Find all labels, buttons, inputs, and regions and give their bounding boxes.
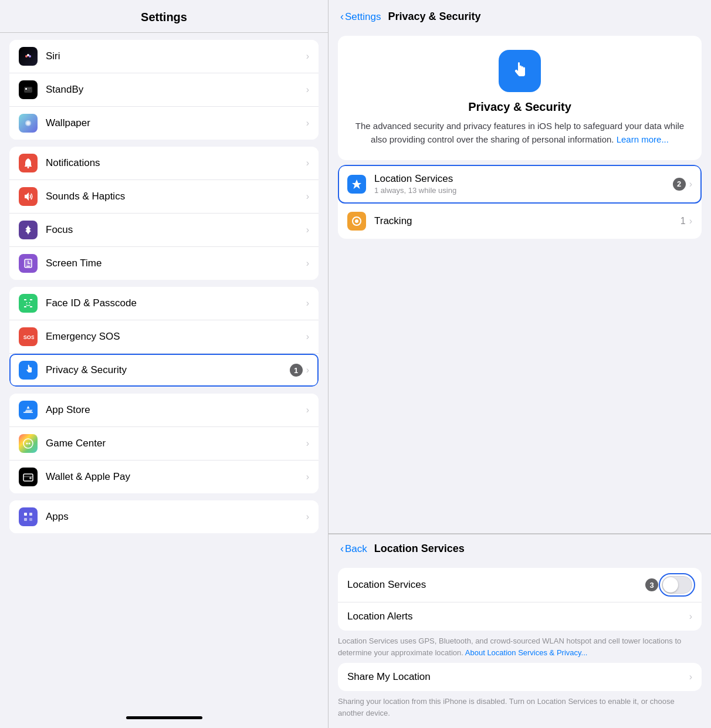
settings-row-siri[interactable]: Siri› <box>9 40 319 73</box>
location-services-toggle-toggle-container: 3 <box>645 576 692 594</box>
left-panel: Settings Siri›StandBy›Wallpaper›Notifica… <box>0 0 329 728</box>
standby-label: StandBy <box>46 84 306 96</box>
settings-back-button[interactable]: ‹ Settings <box>340 11 381 23</box>
gamecenter-label: Game Center <box>46 438 306 449</box>
svg-rect-5 <box>25 88 27 90</box>
screentime-icon <box>19 254 38 273</box>
settings-row-gamecenter[interactable]: Game Center› <box>9 427 319 460</box>
screentime-label: Screen Time <box>46 258 306 269</box>
wallet-right: › <box>306 472 309 482</box>
location-services-badge: 2 <box>673 178 686 191</box>
privacy-label: Privacy & Security <box>46 364 290 376</box>
location-row-location-services-toggle[interactable]: Location Services3 <box>338 568 702 602</box>
wallpaper-right: › <box>306 118 309 128</box>
privacy-section: ‹ Settings Privacy & Security Privacy & … <box>329 0 711 534</box>
privacy-header: ‹ Settings Privacy & Security <box>329 0 711 31</box>
svg-point-10 <box>26 121 30 125</box>
settings-row-appstore[interactable]: App Store› <box>9 394 319 427</box>
location-services-chevron-icon: › <box>689 179 692 189</box>
focus-chevron-icon: › <box>306 225 309 235</box>
learn-more-link[interactable]: Learn more... <box>617 134 669 144</box>
settings-row-wallet[interactable]: Wallet & Apple Pay› <box>9 460 319 493</box>
settings-group-group1: Siri›StandBy›Wallpaper› <box>9 40 319 140</box>
settings-row-privacy[interactable]: Privacy & Security1› <box>9 354 319 387</box>
apps-chevron-icon: › <box>306 512 309 522</box>
settings-row-focus[interactable]: Focus› <box>9 214 319 247</box>
svg-rect-16 <box>30 299 32 300</box>
location-back-button[interactable]: ‹ Back <box>340 543 367 555</box>
location-description: Location Services uses GPS, Bluetooth, a… <box>338 635 702 658</box>
apps-icon <box>19 507 38 526</box>
location-services-toggle-toggle[interactable] <box>662 576 692 594</box>
location-services-toggle-toggle-wrapper <box>662 576 692 594</box>
sounds-chevron-icon: › <box>306 191 309 202</box>
svg-rect-29 <box>29 513 32 516</box>
settings-row-sos[interactable]: SOSEmergency SOS› <box>9 320 319 354</box>
location-alerts-label: Location Alerts <box>347 611 689 622</box>
appstore-label: App Store <box>46 404 306 416</box>
wallpaper-chevron-icon: › <box>306 118 309 128</box>
screentime-right: › <box>306 258 309 269</box>
settings-row-wallpaper[interactable]: Wallpaper› <box>9 107 319 140</box>
settings-row-standby[interactable]: StandBy› <box>9 73 319 107</box>
about-location-link[interactable]: About Location Services & Privacy... <box>465 648 588 657</box>
tracking-icon <box>347 212 366 231</box>
privacy-card: Privacy & Security The advanced security… <box>338 36 702 160</box>
settings-row-faceid[interactable]: Face ID & Passcode› <box>9 287 319 320</box>
privacy-badge: 1 <box>290 364 303 377</box>
faceid-chevron-icon: › <box>306 298 309 309</box>
settings-group-group5: Apps› <box>9 500 319 533</box>
svg-point-24 <box>29 443 31 445</box>
settings-group-group3: Face ID & Passcode›SOSEmergency SOS›Priv… <box>9 287 319 387</box>
privacy-options-group: Location Services1 always, 13 while usin… <box>338 165 702 239</box>
back-chevron-icon: ‹ <box>340 11 344 23</box>
wallpaper-icon <box>19 114 38 133</box>
svg-point-27 <box>29 477 32 479</box>
tracking-text: Tracking <box>374 215 680 227</box>
settings-back-label: Settings <box>345 11 381 23</box>
option-row-location-services[interactable]: Location Services1 always, 13 while usin… <box>338 165 702 204</box>
siri-chevron-icon: › <box>306 51 309 62</box>
appstore-right: › <box>306 405 309 415</box>
svg-point-20 <box>29 302 31 303</box>
wallet-label: Wallet & Apple Pay <box>46 471 306 483</box>
svg-rect-26 <box>23 476 33 478</box>
sos-icon: SOS <box>19 327 38 346</box>
svg-rect-31 <box>29 518 32 521</box>
tracking-chevron-icon: › <box>689 216 692 226</box>
settings-row-screentime[interactable]: Screen Time› <box>9 247 319 280</box>
settings-row-sounds[interactable]: Sounds & Haptics› <box>9 180 319 214</box>
share-row-share-my-location[interactable]: Share My Location› <box>338 663 702 691</box>
svg-marker-12 <box>25 192 29 201</box>
location-row-location-alerts[interactable]: Location Alerts› <box>338 602 702 631</box>
location-services-text: Location Services1 always, 13 while usin… <box>374 173 673 195</box>
privacy-icon <box>19 361 38 380</box>
gamecenter-right: › <box>306 438 309 449</box>
wallet-chevron-icon: › <box>306 472 309 482</box>
settings-row-apps[interactable]: Apps› <box>9 500 319 533</box>
location-back-chevron-icon: ‹ <box>340 543 344 555</box>
faceid-icon <box>19 294 38 313</box>
svg-rect-7 <box>28 90 30 90</box>
focus-icon <box>19 221 38 239</box>
share-description: Sharing your location from this iPhone i… <box>338 696 702 719</box>
apps-label: Apps <box>46 511 306 523</box>
location-group: Location Services3Location Alerts› <box>338 568 702 631</box>
settings-row-notifications[interactable]: Notifications› <box>9 147 319 180</box>
right-panel: ‹ Settings Privacy & Security Privacy & … <box>329 0 711 728</box>
privacy-security-title: Privacy & Security <box>388 11 480 23</box>
location-section: ‹ Back Location Services Location Servic… <box>329 534 711 728</box>
location-services-toggle-label: Location Services <box>347 579 645 591</box>
settings-group-group4: App Store›Game Center›Wallet & Apple Pay… <box>9 394 319 493</box>
focus-right: › <box>306 225 309 235</box>
svg-rect-15 <box>24 299 26 300</box>
sounds-label: Sounds & Haptics <box>46 191 306 202</box>
tracking-label: Tracking <box>374 215 680 227</box>
standby-right: › <box>306 84 309 95</box>
location-services-title: Location Services <box>374 543 465 555</box>
svg-point-11 <box>28 167 29 168</box>
privacy-card-title: Privacy & Security <box>350 100 690 114</box>
svg-rect-6 <box>28 88 31 89</box>
option-row-tracking[interactable]: Tracking1› <box>338 204 702 239</box>
svg-point-19 <box>26 302 28 303</box>
